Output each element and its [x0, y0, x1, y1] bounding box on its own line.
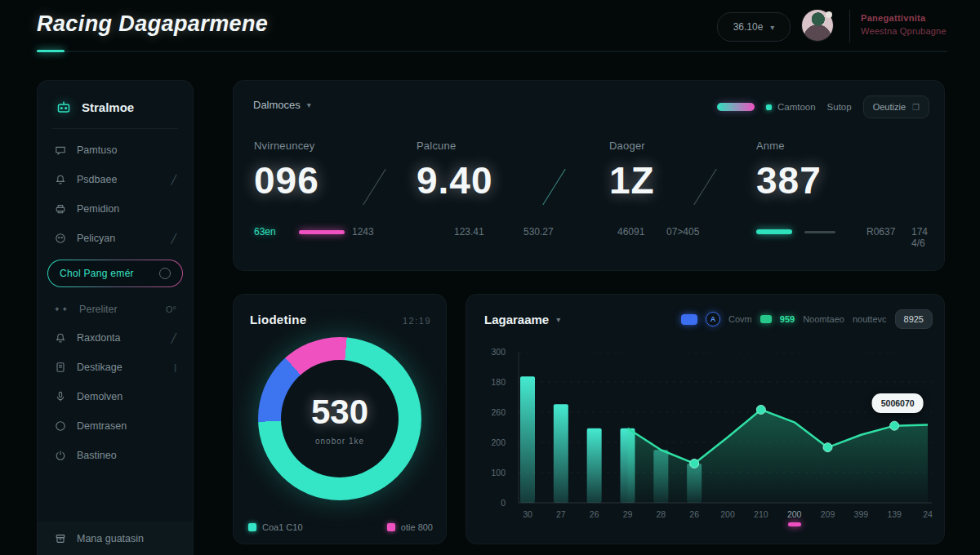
chevron-down-icon: ▾: [770, 23, 774, 32]
subvalue: 46091: [617, 226, 644, 238]
gray-meter-bar: [804, 231, 835, 233]
chart-legend-label: Noomtaeo: [803, 314, 844, 324]
sidebar-item-demolven[interactable]: Demolven: [38, 382, 193, 411]
plot-area: [515, 352, 932, 506]
blue-chip-icon: [681, 314, 697, 325]
stat-value: 1Z: [609, 158, 655, 202]
stat-block: Daoger 1Z: [609, 140, 655, 202]
header-divider: [849, 10, 850, 42]
donut-center-label: onobor 1ke: [315, 437, 364, 446]
teal-dot-icon: [766, 104, 772, 110]
teal-swatch-icon: [248, 523, 256, 531]
subvalue: 530.27: [523, 226, 554, 238]
x-tick-label: 399: [844, 509, 877, 519]
microphone-icon: [54, 390, 67, 403]
line-marker[interactable]: [690, 459, 699, 468]
document-icon: [54, 361, 67, 374]
chart-legend-label: nouttevc: [853, 314, 887, 324]
donut-badge: 12:19: [403, 316, 431, 326]
brand-label: Stralmoe: [82, 100, 134, 114]
slash-divider: [542, 169, 565, 206]
sidebar-item-pamtuso[interactable]: Pamtuso: [38, 135, 193, 165]
bell-icon: [54, 173, 67, 186]
sidebar-item-pereliter[interactable]: ✦✦ Pereliter O°: [38, 295, 193, 323]
x-tick-label: 30: [511, 509, 544, 519]
x-tick-label: 26: [678, 509, 710, 519]
chart-tooltip: 5006070: [872, 393, 924, 413]
sidebar-item-psdbaee[interactable]: Psdbaee ╱: [38, 165, 193, 194]
sidebar-footer[interactable]: Mana guatasin: [38, 522, 193, 555]
chart-range-button[interactable]: 8925: [895, 309, 933, 329]
sidebar-item-label: Bastineo: [77, 450, 117, 461]
stat-value: 9.40: [416, 158, 493, 202]
title-underline: [37, 51, 947, 52]
header-dropdown[interactable]: 36.10e ▾: [717, 12, 791, 42]
user-block[interactable]: Panegattivnita Weestna Qprubagne: [861, 14, 947, 36]
legend-label-sutop: Sutop: [827, 102, 852, 112]
bar[interactable]: [520, 376, 535, 503]
archive-icon: [54, 532, 67, 545]
x-tick-label: 139: [878, 509, 911, 519]
donut-legend-label: Coa1 C10: [262, 522, 303, 532]
chart-card: Lagaraame ▾ A Covm 959 Noomtaeo nouttevc…: [466, 294, 945, 544]
bar[interactable]: [554, 404, 568, 503]
brand: Stralmoe: [38, 81, 193, 128]
y-tick-label: 100: [491, 468, 506, 477]
slash-divider: [363, 169, 385, 206]
avatar[interactable]: [802, 10, 833, 41]
line-marker[interactable]: [756, 405, 765, 414]
stat-block: Palcune 9.40: [416, 140, 493, 202]
subvalue: R0637: [866, 226, 895, 238]
sidebar-item-label: Pereliter: [79, 304, 118, 315]
x-tick-label: 209: [812, 509, 844, 519]
smiley-icon: [54, 232, 67, 245]
a-badge-icon: A: [706, 312, 720, 326]
donut-legend-item: otie 800: [387, 522, 433, 532]
x-tick-label: 26: [578, 509, 611, 519]
sparkle-icon: ✦✦: [54, 305, 69, 313]
donut-legend-label: otie 800: [401, 522, 433, 532]
line-marker[interactable]: [823, 443, 832, 452]
stat-value: 387: [756, 158, 822, 202]
sidebar-item-pemidion[interactable]: Pemidion: [38, 194, 193, 224]
sidebar: Stralmoe Pamtuso Psdbaee ╱ Pemidion Peli…: [37, 80, 194, 555]
stat-label: Daoger: [609, 140, 655, 152]
sidebar-item-label: Pamtuso: [77, 144, 117, 156]
sidebar-item-label: Pemidion: [77, 203, 119, 215]
sidebar-item-destikage[interactable]: Destikage |: [38, 353, 193, 382]
line-marker[interactable]: [890, 421, 899, 430]
status-dot: [826, 11, 832, 18]
sidebar-active-label: Chol Pang emér: [60, 268, 134, 279]
x-tick-label: 200: [711, 509, 744, 519]
stats-button-label: Oeutizie: [873, 102, 906, 112]
stats-title-dropdown[interactable]: Dalmoces ▾: [253, 99, 311, 111]
user-name: Panegattivnita: [861, 14, 947, 23]
sidebar-item-active[interactable]: Chol Pang emér: [47, 260, 183, 287]
sidebar-item-demtrasen[interactable]: Demtrasen: [38, 411, 193, 441]
sidebar-item-label: Pelicyan: [77, 233, 115, 244]
bar[interactable]: [587, 428, 602, 503]
sidebar-item-bastineo[interactable]: Bastineo: [38, 441, 193, 470]
x-tick-label: 28: [644, 509, 677, 519]
sidebar-item-raxdonta[interactable]: Raxdonta ╱: [38, 323, 193, 353]
robot-icon: [56, 99, 72, 115]
chevron-down-icon: ▾: [307, 100, 311, 109]
circle-icon: [54, 420, 67, 433]
header-dropdown-label: 36.10e: [733, 21, 764, 33]
sidebar-item-label: Demolven: [77, 391, 122, 402]
y-tick-label: 0: [501, 498, 506, 508]
stat-block: Nvirneuncey 096: [254, 140, 319, 202]
legend-label: Camtoon: [777, 102, 816, 112]
stats-legend: Camtoon Sutop Oeutizie ❐: [717, 95, 929, 118]
subvalue: 07>405: [666, 226, 699, 238]
power-icon: [54, 449, 67, 462]
chevron-right-icon: ╱: [171, 233, 176, 244]
chart-title-dropdown[interactable]: Lagaraame ▾: [484, 313, 560, 326]
x-axis: 30272629282620021020020939913924: [515, 509, 932, 531]
bar-mark: |: [174, 362, 176, 372]
printer-icon: [54, 202, 67, 215]
stat-label: Palcune: [416, 140, 493, 152]
sidebar-item-pelicyan[interactable]: Pelicyan ╱: [38, 224, 193, 253]
stats-action-button[interactable]: Oeutizie ❐: [863, 95, 929, 118]
y-tick-label: 300: [491, 347, 506, 357]
